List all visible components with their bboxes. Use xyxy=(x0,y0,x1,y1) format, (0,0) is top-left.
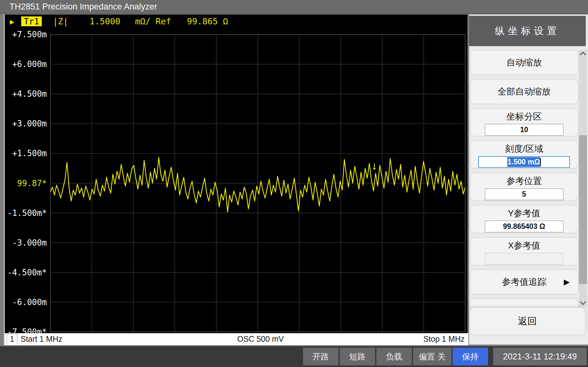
divisions-label: 坐标分区 xyxy=(470,111,578,122)
trace-name-badge[interactable]: Tr1 xyxy=(21,16,42,26)
y-axis-tick-label: +4.500m xyxy=(12,89,47,99)
trace-marker-icon[interactable]: ↓ xyxy=(372,160,377,171)
plot-grid-area: ↓ xyxy=(50,34,465,332)
divisions-input[interactable]: 10 xyxy=(485,124,563,136)
datetime-display: 2021-3-11 12:19:49 xyxy=(493,348,587,365)
text-caret xyxy=(540,158,541,166)
title-bar: TH2851 Precision Impedance Analyzer xyxy=(0,0,588,14)
ref-position-input[interactable]: 5 xyxy=(485,188,563,200)
sweep-status-bar: 1 Start 1 MHz OSC 500 mV Stop 1 MHz xyxy=(5,333,468,345)
short-correction-button[interactable]: 短路 xyxy=(340,348,375,365)
y-axis-tick-label: -6.000m xyxy=(12,297,47,307)
app-window: TH2851 Precision Impedance Analyzer ▶ Tr… xyxy=(0,0,588,367)
open-correction-button[interactable]: 开路 xyxy=(303,348,338,365)
trace-info-bar: ▶ Tr1 |Z| 1.5000 mΩ/ Ref 99.865 Ω xyxy=(5,15,467,30)
submenu-arrow-icon: ▶ xyxy=(564,278,570,286)
y-axis-tick-label: +7.500m xyxy=(12,30,47,39)
autoscale-button[interactable]: 自动缩放 xyxy=(470,50,579,75)
ref-position-field-group[interactable]: 参考位置 5 xyxy=(470,173,579,201)
scale-per-div-field-group[interactable]: 刻度/区域 1.500 mΩ xyxy=(470,140,579,169)
sweep-stop-label: Stop 1 MHz xyxy=(423,334,465,344)
y-ref-value-field-group[interactable]: Y参考值 99.865403 Ω xyxy=(470,205,579,233)
y-axis-tick-label: +1.500m xyxy=(12,149,47,158)
cursor-to-ref-button: 光标→参考值 xyxy=(470,298,579,307)
ref-position-label: 参考位置 xyxy=(470,176,578,187)
ref-value-tracking-button[interactable]: 参考值追踪 ▶ xyxy=(470,269,579,295)
autoscale-all-button[interactable]: 全部自动缩放 xyxy=(470,79,579,104)
trace-scale-unit: mΩ/ Ref xyxy=(135,16,171,26)
osc-level-label: OSC 500 mV xyxy=(237,334,284,344)
y-axis-tick-label: +6.000m xyxy=(12,59,47,69)
trace-plot xyxy=(50,34,465,332)
y-axis-ref-label: 99.87* xyxy=(17,179,47,188)
bottom-toolbar: 开路 短路 负载 偏置 关 保持 2021-3-11 12:19:49 xyxy=(0,346,588,367)
autoscale-all-label: 全部自动缩放 xyxy=(498,86,551,98)
panel-button-list: 自动缩放 全部自动缩放 坐标分区 10 刻度/区域 1.500 mΩ 参考位置 … xyxy=(470,50,579,307)
scale-per-div-input[interactable]: 1.500 mΩ xyxy=(478,156,570,168)
ref-value-tracking-label: 参考值追踪 xyxy=(502,276,546,288)
scale-per-div-label: 刻度/区域 xyxy=(470,144,578,154)
panel-scrollbar[interactable] xyxy=(579,50,587,307)
bias-off-button[interactable]: 偏置 关 xyxy=(413,348,451,365)
back-button[interactable]: 返回 xyxy=(469,307,586,335)
load-correction-button[interactable]: 负载 xyxy=(376,348,412,365)
sweep-start-label: Start 1 MHz xyxy=(21,334,62,344)
trace-reference-value: 99.865 Ω xyxy=(187,16,228,26)
channel-badge: 1 xyxy=(7,334,17,345)
scroll-up-icon[interactable] xyxy=(580,52,586,58)
x-ref-value-label: X参考值 xyxy=(470,240,578,251)
active-trace-arrow-icon: ▶ xyxy=(10,17,14,26)
autoscale-label: 自动缩放 xyxy=(506,57,542,69)
cursor-to-ref-label: 光标→参考值 xyxy=(498,305,551,307)
hold-button[interactable]: 保持 xyxy=(453,348,488,365)
vertical-axis-settings-panel: 纵坐标设置 自动缩放 全部自动缩放 坐标分区 10 刻度/区域 1.500 mΩ xyxy=(469,15,588,345)
y-axis-tick-label: +3.000m xyxy=(12,119,47,128)
y-axis-tick-label: -1.500m* xyxy=(7,208,47,218)
x-ref-value-input xyxy=(485,253,563,265)
trace-parameter-label[interactable]: |Z| xyxy=(53,16,68,26)
y-axis-tick-label: -4.500m* xyxy=(7,268,47,277)
y-axis-tick-label: -3.000m xyxy=(12,238,47,248)
trace-scale-value: 1.5000 xyxy=(90,16,121,26)
y-ref-value-input[interactable]: 99.865403 Ω xyxy=(485,221,563,232)
y-ref-value-label: Y参考值 xyxy=(470,208,578,219)
panel-title: 纵坐标设置 xyxy=(469,16,586,46)
scrollbar-thumb[interactable] xyxy=(579,135,587,284)
plot-window: ▶ Tr1 |Z| 1.5000 mΩ/ Ref 99.865 Ω ↓ +7.5… xyxy=(4,15,467,345)
x-ref-value-field-group: X参考值 xyxy=(470,237,579,266)
window-title: TH2851 Precision Impedance Analyzer xyxy=(9,2,157,12)
selected-text: 1.500 mΩ xyxy=(507,157,541,167)
divisions-field-group[interactable]: 坐标分区 10 xyxy=(470,108,579,137)
scroll-down-icon[interactable] xyxy=(580,299,586,305)
